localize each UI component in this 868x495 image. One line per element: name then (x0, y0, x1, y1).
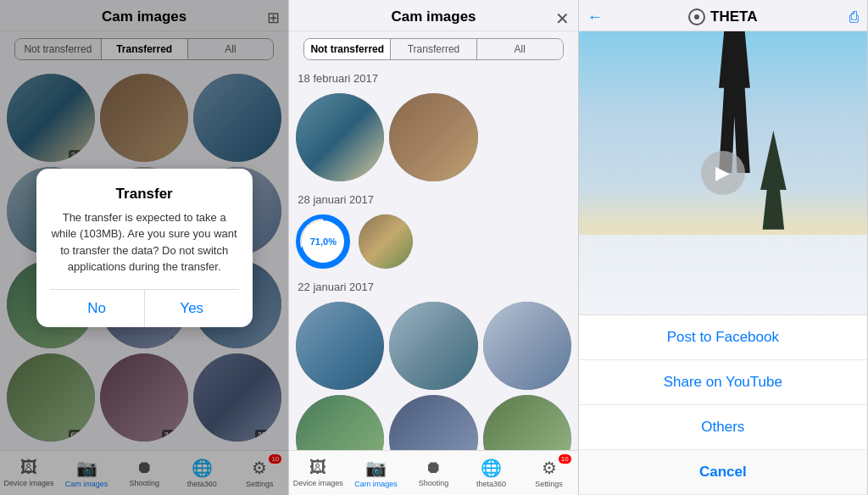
post-to-facebook-button[interactable]: Post to Facebook (579, 315, 867, 360)
dialog-buttons: No Yes (50, 289, 239, 327)
dialog-title: Transfer (50, 186, 239, 203)
back-icon[interactable]: ← (587, 8, 603, 26)
cancel-button[interactable]: Cancel (579, 450, 867, 495)
nav-item-device-images-p2[interactable]: 🖼 Device images (289, 454, 347, 492)
list-item[interactable] (389, 93, 477, 181)
dialog-yes-button[interactable]: Yes (145, 290, 239, 327)
dialog-message: The transfer is expected to take a while… (50, 209, 239, 275)
others-label: Others (701, 419, 744, 436)
youtube-label: Share on YouTube (664, 374, 782, 391)
list-item[interactable] (296, 93, 384, 181)
panel3-title: THETA (710, 8, 757, 25)
share-icon[interactable]: ⎙ (849, 8, 859, 26)
panel2-grid-jan22 (289, 295, 577, 450)
panel2-scroll: 18 februari 2017 28 januari 2017 71,0% 2… (289, 67, 577, 450)
nav-item-shooting-p2[interactable]: ⏺ Shooting (404, 454, 462, 492)
settings-badge-p2: 10 (559, 454, 571, 464)
cancel-label: Cancel (699, 464, 747, 481)
list-item[interactable] (389, 395, 477, 450)
video-preview-area: ▶ (579, 31, 867, 314)
date-header-jan22: 22 januari 2017 (289, 275, 577, 295)
nav-label-settings-p2: Settings (535, 480, 563, 488)
tab-all-p2[interactable]: All (477, 39, 563, 59)
dialog-no-button[interactable]: No (50, 290, 145, 327)
image-circle (296, 395, 384, 450)
image-circle (389, 302, 477, 390)
panel3-header: ← THETA ⎙ (579, 0, 867, 31)
image-circle (296, 302, 384, 390)
settings-icon-p2: ⚙ (542, 458, 557, 478)
theta-logo: THETA (586, 8, 860, 25)
tab-not-transferred-p2[interactable]: Not transferred (304, 39, 391, 59)
panel2-segment-control: Not transferred Transferred All (303, 38, 563, 60)
shooting-icon-p2: ⏺ (425, 458, 442, 477)
panel2-header: Cam images ✕ (289, 0, 577, 31)
nav-label-device-p2: Device images (293, 479, 343, 487)
nav-label-theta360-p2: theta360 (476, 480, 506, 488)
list-item[interactable] (389, 302, 477, 390)
image-circle (389, 395, 477, 450)
transfer-dialog: Transfer The transfer is expected to tak… (36, 169, 253, 327)
nav-item-settings-p2[interactable]: ⚙ Settings 10 (520, 454, 578, 492)
list-item[interactable] (483, 395, 571, 450)
panel-cam-images-progress: Cam images ✕ Not transferred Transferred… (289, 0, 578, 495)
list-item[interactable] (296, 302, 384, 390)
image-circle (389, 93, 477, 181)
image-circle (296, 93, 384, 181)
play-button[interactable]: ▶ (701, 151, 745, 195)
tab-transferred-p2[interactable]: Transferred (391, 39, 477, 59)
share-actions-panel: Post to Facebook Share on YouTube Others… (579, 314, 867, 495)
nav-item-cam-images-p2[interactable]: 📷 Cam images (347, 454, 404, 492)
progress-row: 71,0% (289, 208, 577, 275)
close-icon[interactable]: ✕ (555, 8, 570, 29)
share-on-youtube-button[interactable]: Share on YouTube (579, 360, 867, 405)
image-circle (359, 214, 413, 269)
theta360-icon-p2: 🌐 (481, 458, 502, 478)
others-button[interactable]: Others (579, 405, 867, 450)
list-item[interactable] (483, 302, 571, 390)
cam-images-icon-p2: 📷 (365, 458, 387, 478)
panel-theta-share: ← THETA ⎙ ▶ Post to Facebook Share on Yo… (579, 0, 868, 495)
progress-circle: 71,0% (296, 214, 350, 269)
panel-cam-images-transfer: Cam images ⊞ Not transferred Transferred… (0, 0, 289, 495)
panel2-title: Cam images (296, 8, 570, 25)
nav-item-theta360-p2[interactable]: 🌐 theta360 (463, 454, 520, 492)
progress-value: 71,0% (302, 220, 344, 263)
date-header-jan28: 28 januari 2017 (289, 188, 577, 208)
image-circle (483, 302, 571, 390)
list-item[interactable] (359, 214, 413, 269)
panel2-bottom-nav: 🖼 Device images 📷 Cam images ⏺ Shooting … (289, 450, 577, 495)
date-header-feb: 18 februari 2017 (289, 67, 577, 86)
transfer-dialog-overlay: Transfer The transfer is expected to tak… (0, 0, 288, 495)
nav-label-cam-p2: Cam images (354, 480, 398, 488)
snow-ground (579, 235, 867, 314)
theta-logo-circle (688, 8, 705, 25)
nav-label-shooting-p2: Shooting (419, 479, 449, 487)
device-images-icon-p2: 🖼 (309, 458, 326, 477)
image-circle (483, 395, 571, 450)
panel2-grid-feb (289, 86, 577, 188)
list-item[interactable] (296, 395, 384, 450)
facebook-label: Post to Facebook (667, 329, 779, 346)
